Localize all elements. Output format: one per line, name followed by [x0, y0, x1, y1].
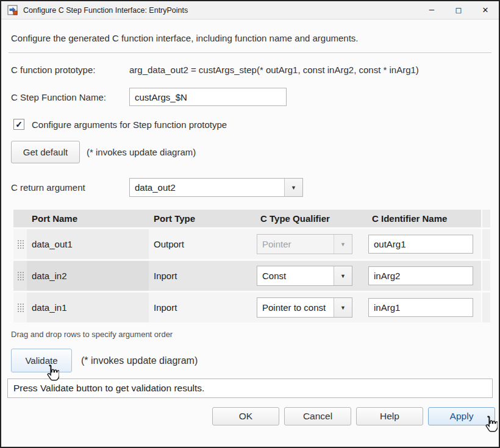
- c-type-qualifier-dropdown[interactable]: Const ▼: [257, 266, 352, 286]
- c-identifier-input[interactable]: [368, 266, 473, 285]
- minimize-button[interactable]: –: [418, 1, 445, 19]
- port-type-cell: Inport: [149, 293, 255, 322]
- drag-handle-column-header: [13, 210, 27, 227]
- validate-button[interactable]: Validate: [11, 349, 72, 372]
- return-argument-row: C return argument data_out2 ▼: [11, 178, 489, 197]
- configure-arguments-label: Configure arguments for Step function pr…: [32, 119, 227, 130]
- chevron-down-icon[interactable]: ▼: [284, 179, 302, 196]
- validation-status-text: Press Validate button to get validation …: [13, 383, 204, 394]
- drag-handle-icon: [17, 271, 24, 280]
- column-header-port-type: Port Type: [149, 210, 255, 227]
- get-default-button[interactable]: Get default: [11, 141, 80, 163]
- prototype-row: C function prototype: arg_data_out2 = cu…: [11, 65, 489, 75]
- c-type-qualifier-dropdown[interactable]: Pointer to const ▼: [257, 297, 352, 318]
- chevron-down-icon: ▼: [334, 235, 352, 254]
- dialog-window: { "window": { "title": "Configure C Step…: [0, 0, 500, 448]
- c-identifier-cell: [367, 229, 481, 259]
- apply-button[interactable]: Apply: [428, 407, 495, 425]
- get-default-row: Get default (* invokes update diagram): [11, 141, 489, 163]
- chevron-down-icon[interactable]: ▼: [334, 298, 352, 317]
- configure-arguments-checkbox[interactable]: ✓: [13, 119, 24, 130]
- step-function-name-label: C Step Function Name:: [11, 92, 129, 102]
- column-header-c-identifier-name: C Identifier Name: [367, 210, 481, 227]
- ok-button[interactable]: OK: [212, 407, 279, 425]
- c-identifier-input[interactable]: [368, 298, 473, 317]
- dialog-content: Configure the generated C function inter…: [1, 33, 499, 425]
- table-row: data_in1 Inport Pointer to const ▼: [13, 293, 490, 322]
- port-type-cell: Outport: [149, 229, 255, 259]
- c-identifier-cell: [367, 261, 481, 291]
- c-type-qualifier-cell: Pointer to const ▼: [255, 293, 367, 322]
- table-scrollbar-track: [481, 229, 490, 259]
- drag-handle-cell[interactable]: [13, 293, 27, 322]
- column-header-port-name: Port Name: [27, 210, 149, 227]
- c-identifier-cell: [367, 293, 481, 322]
- validation-status-box: Press Validate button to get validation …: [7, 379, 493, 398]
- arguments-table: Port Name Port Type C Type Qualifier C I…: [13, 210, 490, 322]
- get-default-note: (* invokes update diagram): [87, 147, 196, 157]
- window-title: Configure C Step Function Interface: Ent…: [23, 6, 418, 15]
- title-bar: Configure C Step Function Interface: Ent…: [1, 1, 499, 20]
- port-name-cell: data_out1: [27, 229, 149, 259]
- dialog-description: Configure the generated C function inter…: [11, 33, 489, 43]
- validate-row: Validate (* invokes update diagram): [11, 349, 489, 372]
- c-type-qualifier-dropdown: Pointer ▼: [257, 234, 352, 254]
- return-argument-value: data_out2: [130, 182, 284, 193]
- separator: [9, 52, 491, 53]
- drag-handle-cell[interactable]: [13, 261, 27, 291]
- prototype-value: arg_data_out2 = custArgs_step(* outArg1,…: [129, 65, 419, 75]
- cancel-button[interactable]: Cancel: [284, 407, 351, 425]
- table-row: data_in2 Inport Const ▼: [13, 261, 490, 291]
- port-name-cell: data_in1: [27, 293, 149, 322]
- simulink-model-icon: [7, 5, 18, 16]
- table-body: data_out1 Outport Pointer ▼ dat: [13, 229, 490, 322]
- footer-button-bar: OK Cancel Help Apply: [11, 407, 495, 425]
- port-type-cell: Inport: [149, 261, 255, 291]
- step-function-name-input[interactable]: [129, 88, 287, 106]
- maximize-button[interactable]: ◻: [445, 1, 472, 19]
- drag-handle-icon: [17, 303, 24, 312]
- prototype-label: C function prototype:: [11, 65, 129, 75]
- table-scrollbar-track: [481, 261, 490, 291]
- c-type-qualifier-cell: Const ▼: [255, 261, 367, 291]
- drag-handle-cell[interactable]: [13, 229, 27, 259]
- table-scrollbar-track: [481, 293, 490, 322]
- configure-arguments-row: ✓ Configure arguments for Step function …: [11, 119, 489, 130]
- port-name-cell: data_in2: [27, 261, 149, 291]
- checkmark-icon: ✓: [15, 120, 23, 129]
- window-controls: – ◻ ✕: [418, 1, 499, 19]
- drag-drop-hint: Drag and drop rows to specify argument o…: [11, 330, 489, 339]
- c-identifier-input[interactable]: [368, 235, 473, 254]
- return-argument-dropdown[interactable]: data_out2 ▼: [129, 178, 303, 197]
- c-type-qualifier-cell: Pointer ▼: [255, 229, 367, 259]
- step-function-name-row: C Step Function Name:: [11, 88, 489, 106]
- drag-handle-icon: [17, 240, 24, 249]
- table-scrollbar-track: [481, 210, 490, 227]
- return-argument-label: C return argument: [11, 182, 129, 193]
- validate-note: (* invokes update diagram): [81, 355, 198, 366]
- chevron-down-icon[interactable]: ▼: [334, 266, 352, 285]
- table-row: data_out1 Outport Pointer ▼: [13, 229, 490, 259]
- help-button[interactable]: Help: [356, 407, 423, 425]
- column-header-c-type-qualifier: C Type Qualifier: [255, 210, 367, 227]
- table-header-row: Port Name Port Type C Type Qualifier C I…: [13, 210, 490, 227]
- close-button[interactable]: ✕: [472, 1, 499, 19]
